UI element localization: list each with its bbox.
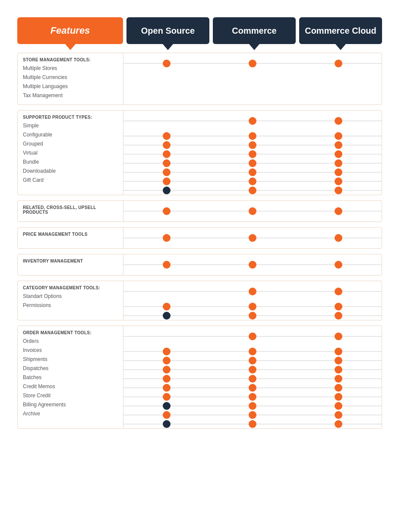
list-item: Batches	[23, 373, 118, 382]
dot-orange	[163, 384, 171, 392]
list-item: Grouped	[23, 139, 118, 149]
section-order-management: ORDER MANAGEMENT TOOLS:OrdersInvoicesShi…	[17, 326, 382, 429]
dot-orange	[249, 366, 256, 374]
dot-orange	[335, 168, 342, 176]
list-item: Standart Options	[23, 292, 118, 301]
list-item: Credit Memos	[23, 382, 118, 391]
list-item: Invoices	[23, 346, 118, 355]
dot-orange	[249, 393, 256, 401]
sub-dot-row	[123, 177, 382, 186]
dot-orange	[249, 420, 256, 428]
dot-orange	[335, 348, 342, 355]
dot-orange	[249, 411, 256, 419]
sub-dot-row	[123, 149, 382, 158]
dot-orange	[163, 375, 171, 383]
commerce-header: Commerce	[213, 17, 296, 44]
dot-orange	[335, 141, 342, 149]
list-item: Store Credit	[23, 391, 118, 400]
dot-orange	[249, 234, 256, 242]
dot-orange	[249, 177, 256, 185]
sub-dot-row	[123, 302, 382, 311]
dot-dark	[163, 420, 171, 428]
dot-orange	[335, 150, 342, 158]
dot-orange	[249, 288, 256, 295]
list-item: Simple	[23, 121, 118, 130]
list-item: Shipments	[23, 355, 118, 364]
dot-orange	[249, 375, 256, 383]
sub-dot-row	[123, 186, 382, 195]
dot-orange	[249, 150, 256, 158]
sub-dot-row	[123, 311, 382, 320]
list-item: Archive	[23, 409, 118, 418]
dot-orange	[163, 177, 171, 185]
header-row: Features Open Source Commerce Commerce C…	[17, 17, 382, 44]
dot-orange	[163, 348, 171, 355]
dot-orange	[249, 141, 256, 149]
dot-orange	[335, 332, 342, 340]
open-source-header: Open Source	[126, 17, 209, 44]
dot-orange	[249, 117, 256, 125]
dot-orange	[163, 141, 171, 149]
dot-orange	[249, 348, 256, 355]
dot-orange	[163, 150, 171, 158]
dot-orange	[249, 168, 256, 176]
dot-orange	[335, 411, 342, 419]
dot-orange	[335, 117, 342, 125]
dot-orange	[335, 60, 342, 67]
dot-orange	[335, 375, 342, 383]
commerce-label: Commerce	[232, 26, 276, 36]
list-item: Multiple Currencies	[23, 73, 118, 82]
sub-dot-row	[123, 168, 382, 177]
sub-dot-row	[123, 410, 382, 419]
dot-orange	[249, 132, 256, 140]
dot-orange	[163, 234, 171, 242]
dot-orange	[335, 393, 342, 401]
sub-dot-row	[123, 158, 382, 168]
list-item: Multiple Stores	[23, 64, 118, 73]
section-inventory: INVENTORY MANAGEMENT	[17, 254, 382, 276]
sub-dot-row	[123, 347, 382, 356]
dot-orange	[335, 159, 342, 167]
dot-orange	[249, 332, 256, 340]
section-title: CATEGORY MANAGEMENT TOOLS:	[23, 285, 118, 290]
section-related-cross: RELATED, CROSS-SELL, UPSELL PRODUCTS	[17, 200, 382, 222]
dot-orange	[335, 366, 342, 374]
dot-orange	[249, 187, 256, 194]
dot-orange	[335, 384, 342, 392]
section-title: STORE MANAGEMENT TOOLS:	[23, 57, 118, 62]
dot-orange	[335, 402, 342, 410]
section-title: PRICE MANAGEMENT TOOLS	[23, 232, 118, 237]
section-title: INVENTORY MANAGEMENT	[23, 259, 118, 263]
dot-orange	[163, 132, 171, 140]
dot-orange	[335, 234, 342, 242]
dot-orange	[335, 312, 342, 320]
open-source-label: Open Source	[141, 26, 195, 36]
section-title: ORDER MANAGEMENT TOOLS:	[23, 330, 118, 335]
sub-dot-row	[123, 374, 382, 383]
list-item: Permissions	[23, 301, 118, 310]
sub-dot-row	[123, 392, 382, 401]
dot-orange	[335, 132, 342, 140]
dot-orange	[249, 60, 256, 67]
dot-orange	[249, 159, 256, 167]
dot-orange	[163, 357, 171, 364]
features-header: Features	[17, 17, 123, 44]
sub-dot-row	[123, 140, 382, 149]
dot-orange	[163, 168, 171, 176]
features-label: Features	[51, 25, 90, 36]
dot-dark	[163, 187, 171, 194]
list-item: Gift Card	[23, 176, 118, 185]
list-item: Downloadable	[23, 167, 118, 176]
section-title: SUPPORTED PRODUCT TYPES:	[23, 115, 118, 120]
list-item: Tax Management	[23, 91, 118, 100]
sub-dot-row	[123, 383, 382, 392]
section-category: CATEGORY MANAGEMENT TOOLS:Standart Optio…	[17, 281, 382, 320]
list-item: Multiple Languages	[23, 82, 118, 91]
dot-orange	[163, 60, 171, 67]
list-item: Billing Agreements	[23, 400, 118, 409]
dot-orange	[249, 207, 256, 215]
list-item: Configurable	[23, 130, 118, 139]
dot-dark	[163, 312, 171, 320]
sub-dot-row	[123, 419, 382, 428]
dot-orange	[249, 261, 256, 269]
